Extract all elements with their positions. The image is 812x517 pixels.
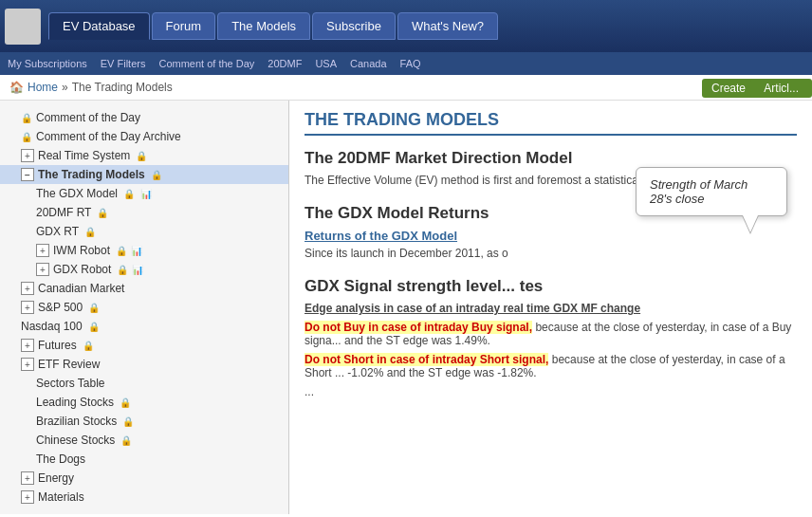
sidebar-item-trading-models[interactable]: − The Trading Models 🔒 — [0, 165, 288, 184]
expand-icon: + — [21, 339, 34, 352]
sidebar-label: Brazilian Stocks — [36, 415, 117, 428]
sidebar-label: 20DMF RT — [36, 206, 91, 219]
lock-icon: 🔒 — [21, 132, 32, 142]
lock-icon: 🔒 — [84, 227, 96, 237]
breadcrumb-home[interactable]: Home — [28, 81, 58, 94]
sidebar-label: Materials — [38, 490, 84, 504]
lock-icon: 🔒 — [116, 246, 127, 256]
breadcrumb-current: The Trading Models — [72, 81, 173, 94]
content-area: THE TRADING MODELS The 20DMF Market Dire… — [289, 101, 812, 514]
sidebar-item-20dmf-rt[interactable]: 20DMF RT 🔒 — [0, 203, 288, 222]
sidebar-item-gdx-model[interactable]: The GDX Model 🔒 📊 — [0, 184, 288, 203]
lock-icon: 🔒 — [122, 416, 134, 427]
subnav-ev-filters[interactable]: EV Filters — [101, 58, 146, 69]
edge-analysis-title: Edge analysis in case of an intraday rea… — [304, 302, 797, 315]
create-button[interactable]: Create — [702, 79, 755, 98]
lock-icon: 🔒 — [88, 303, 100, 313]
sidebar-item-materials[interactable]: + Materials — [0, 488, 288, 507]
sidebar-item-sp500[interactable]: + S&P 500 🔒 — [0, 298, 288, 317]
subnav-comment-of-the-day[interactable]: Comment of the Day — [158, 58, 254, 69]
tooltip-bubble: Strength of March 28's close — [636, 167, 787, 216]
section-gdx-desc: Since its launch in December 2011, as o — [304, 247, 797, 260]
expand-icon: + — [36, 263, 49, 276]
expand-icon: − — [21, 168, 34, 181]
warning2: Do not Short in case of intraday Short s… — [304, 353, 797, 379]
sidebar-label: Energy — [38, 471, 74, 485]
sidebar-label: IWM Robot — [53, 244, 110, 257]
sidebar-item-energy[interactable]: + Energy — [0, 469, 288, 488]
article-button[interactable]: Articl... — [750, 79, 812, 98]
sidebar-item-brazilian-stocks[interactable]: Brazilian Stocks 🔒 — [0, 412, 288, 431]
subnav-faq[interactable]: FAQ — [400, 58, 421, 69]
chart-icon: 📊 — [140, 189, 152, 199]
nav-tab-whats-new[interactable]: What's New? — [397, 12, 498, 40]
nav-tab-ev-database[interactable]: EV Database — [48, 12, 150, 40]
lock-icon: 🔒 — [123, 189, 135, 199]
sidebar-label: Leading Stocks — [36, 396, 114, 409]
sidebar-item-futures[interactable]: + Futures 🔒 — [0, 336, 288, 355]
lock-icon: 🔒 — [21, 113, 32, 123]
sidebar-label: Comment of the Day — [36, 111, 140, 124]
expand-icon: + — [21, 149, 34, 162]
expand-icon: + — [36, 244, 49, 257]
chart-icon: 📊 — [132, 265, 143, 275]
sidebar-item-sectors-table[interactable]: Sectors Table — [0, 374, 288, 393]
nav-tab-subscribe[interactable]: Subscribe — [312, 12, 396, 40]
sidebar-label: GDX RT — [36, 225, 79, 238]
sidebar-item-comment-of-the-day[interactable]: 🔒 Comment of the Day — [0, 108, 288, 127]
subnav-canada[interactable]: Canada — [350, 58, 387, 69]
nav-tab-models[interactable]: The Models — [217, 12, 310, 40]
subnav-20dmf[interactable]: 20DMF — [268, 58, 302, 69]
page-title: THE TRADING MODELS — [304, 110, 797, 136]
home-icon: 🏠 — [9, 81, 24, 94]
lock-icon: 🔒 — [151, 170, 162, 180]
sidebar-label: The Trading Models — [38, 168, 145, 181]
main-layout: 🔒 Comment of the Day 🔒 Comment of the Da… — [0, 101, 812, 514]
sidebar-item-leading-stocks[interactable]: Leading Stocks 🔒 — [0, 393, 288, 412]
sidebar-label: Real Time System — [38, 149, 130, 162]
nav-tab-forum[interactable]: Forum — [152, 12, 216, 40]
section-20dmf-title: The 20DMF Market Direction Model — [304, 149, 797, 168]
nav-tabs: EV Database Forum The Models Subscribe W… — [48, 12, 498, 40]
expand-icon: + — [21, 471, 34, 485]
warning1-highlight: Do not Buy in case of intraday Buy signa… — [304, 321, 532, 334]
sidebar-item-nasdaq100[interactable]: Nasdaq 100 🔒 — [0, 317, 288, 336]
content-wrapper: THE TRADING MODELS The 20DMF Market Dire… — [304, 110, 797, 398]
section-signal: GDX Signal strength level... tes Edge an… — [304, 277, 797, 398]
sidebar-item-iwm-robot[interactable]: + IWM Robot 🔒 📊 — [0, 241, 288, 260]
sidebar-item-real-time-system[interactable]: + Real Time System 🔒 — [0, 146, 288, 165]
subnav-usa[interactable]: USA — [315, 58, 337, 69]
sidebar-item-gdx-rt[interactable]: GDX RT 🔒 — [0, 222, 288, 241]
sidebar-label: GDX Robot — [53, 263, 111, 276]
sidebar-item-comment-archive[interactable]: 🔒 Comment of the Day Archive — [0, 127, 288, 146]
section-gdx-subtitle: Returns of the GDX Model — [304, 229, 797, 243]
breadcrumb-separator: » — [62, 81, 68, 94]
sidebar-item-canadian-market[interactable]: + Canadian Market — [0, 279, 288, 298]
sidebar-label: The Dogs — [36, 452, 85, 466]
warning2-highlight: Do not Short in case of intraday Short s… — [304, 353, 548, 366]
breadcrumb: 🏠 Home » The Trading Models Create Artic… — [0, 75, 812, 101]
sidebar-label: Sectors Table — [36, 377, 105, 390]
sidebar-label: The GDX Model — [36, 187, 118, 200]
sidebar-label: Canadian Market — [38, 282, 124, 295]
sidebar-label: Comment of the Day Archive — [36, 130, 181, 143]
lock-icon: 🔒 — [117, 265, 128, 275]
section-signal-title: GDX Signal strength level... tes — [304, 277, 797, 296]
lock-icon: 🔒 — [120, 435, 132, 446]
top-navigation: EV Database Forum The Models Subscribe W… — [0, 0, 812, 52]
lock-icon: 🔒 — [83, 341, 94, 351]
subnav-my-subscriptions[interactable]: My Subscriptions — [8, 58, 87, 69]
sidebar-item-the-dogs[interactable]: The Dogs — [0, 450, 288, 469]
lock-icon: 🔒 — [97, 208, 108, 218]
ellipsis: ... — [304, 385, 797, 398]
sub-navigation: My Subscriptions EV Filters Comment of t… — [0, 52, 812, 75]
sidebar-item-chinese-stocks[interactable]: Chinese Stocks 🔒 — [0, 431, 288, 450]
expand-icon: + — [21, 282, 34, 295]
expand-icon: + — [21, 358, 34, 371]
sidebar: 🔒 Comment of the Day 🔒 Comment of the Da… — [0, 101, 289, 514]
sidebar-item-etf-review[interactable]: + ETF Review — [0, 355, 288, 374]
logo — [5, 9, 41, 45]
sidebar-label: Nasdaq 100 — [21, 320, 83, 333]
expand-icon: + — [21, 301, 34, 314]
sidebar-item-gdx-robot[interactable]: + GDX Robot 🔒 📊 — [0, 260, 288, 279]
